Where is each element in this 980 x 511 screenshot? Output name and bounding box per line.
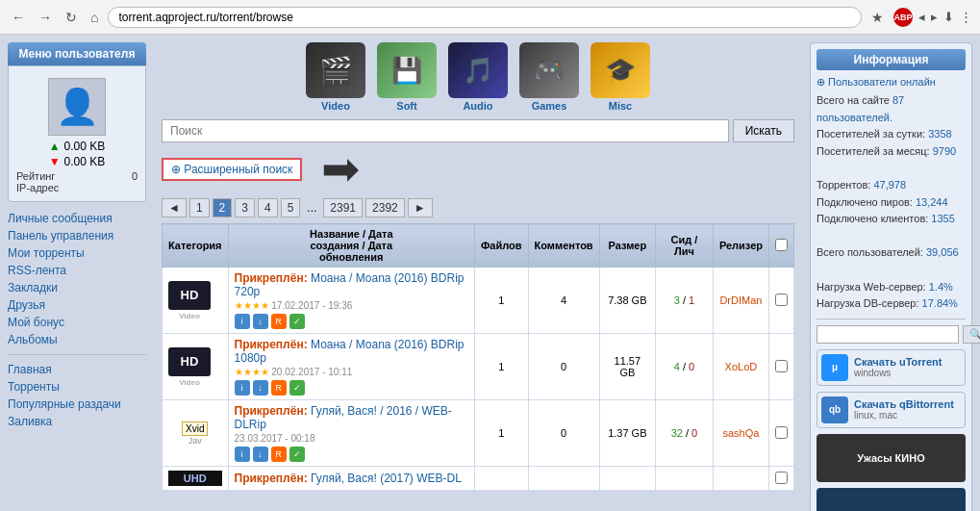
check-icon[interactable]: ✓ (289, 447, 305, 462)
sidebar-item-friends[interactable]: Друзья (8, 296, 146, 314)
category-soft[interactable]: 💾 Soft (375, 42, 439, 112)
rating-row: Рейтинг 0 (16, 170, 138, 182)
sidebar-item-torrents[interactable]: Торренты (8, 378, 146, 396)
check-cell (768, 268, 793, 334)
download-button[interactable]: ⬇ (943, 10, 954, 24)
back-history-button[interactable]: ◂ (918, 10, 925, 24)
row-checkbox[interactable] (775, 426, 788, 439)
sidebar-item-bonus[interactable]: Мой бонус (8, 314, 146, 331)
video-label: Video (321, 100, 350, 112)
relizer-link[interactable]: XoLoD (725, 361, 758, 372)
address-bar[interactable] (108, 7, 862, 28)
detail-icon[interactable]: i (235, 314, 250, 329)
select-all-checkbox[interactable] (775, 239, 788, 251)
relizer-link[interactable]: sashQa (722, 427, 759, 439)
rss-icon[interactable]: R (271, 314, 287, 329)
page-1-button[interactable]: 1 (189, 198, 210, 217)
category-misc[interactable]: 🎓 Misc (589, 42, 652, 112)
row-checkbox[interactable] (775, 472, 788, 484)
torrent-link[interactable]: Прикреплён: Гуляй, Вася! (2017) WEB-DL (235, 472, 462, 485)
info-search-button[interactable]: 🔍 (963, 325, 980, 344)
search-input[interactable] (162, 119, 729, 142)
bookmark-button[interactable]: ★ (867, 8, 888, 27)
title-cell: Прикреплён: Гуляй, Вася! / 2016 / WEB-DL… (228, 400, 474, 467)
download-icon[interactable]: ↓ (253, 447, 268, 462)
page-4-button[interactable]: 4 (258, 198, 278, 217)
page-2391-button[interactable]: 2391 (323, 198, 363, 217)
row-checkbox[interactable] (775, 360, 788, 372)
stat-peers: Подключено пиров: 13,244 (817, 196, 948, 208)
sidebar-item-home[interactable]: Главная (8, 361, 146, 378)
online-users-link[interactable]: ⊕ Пользователи онлайн (817, 76, 966, 89)
advanced-search-toggle[interactable]: ⊕ Расширенный поиск (162, 158, 302, 181)
leech-count: 0 (691, 427, 697, 439)
sidebar-item-mytorrents[interactable]: Мои торренты (8, 244, 146, 262)
page-3-button[interactable]: 3 (235, 198, 255, 217)
check-icon[interactable]: ✓ (289, 380, 305, 396)
menu-button[interactable]: ⋮ (960, 10, 972, 24)
sidebar-item-upload[interactable]: Заливка (8, 413, 146, 430)
prev-page-button[interactable]: ◄ (162, 198, 187, 217)
audio-icon: 🎵 (448, 42, 508, 98)
abp-badge[interactable]: ABP (893, 8, 913, 27)
category-games[interactable]: 🎮 Games (517, 42, 581, 112)
horror-banner[interactable]: Ужасы КИНО (817, 434, 966, 482)
check-icon[interactable]: ✓ (289, 314, 305, 329)
soft-icon: 💾 (377, 42, 437, 98)
sidebar-item-bookmarks[interactable]: Закладки (8, 279, 146, 296)
torrent-link[interactable]: Прикреплён: Моана / Moana (2016) BDRip 7… (235, 271, 465, 298)
forward-button[interactable]: → (35, 8, 56, 27)
size-cell (599, 467, 655, 491)
sidebar-user-section: 👤 ▲ 0.00 KB ▼ 0.00 KB Рейтинг 0 IP-адрес (8, 65, 146, 202)
search-button[interactable]: Искать (733, 119, 794, 142)
soft-label: Soft (396, 100, 416, 112)
detail-icon[interactable]: i (235, 447, 250, 462)
forward-history-button[interactable]: ▸ (931, 10, 938, 24)
check-cell (768, 400, 793, 467)
rss-icon[interactable]: R (271, 380, 287, 396)
seedleech-cell (656, 467, 714, 491)
download-icon[interactable]: ↓ (253, 314, 268, 329)
info-stats: Всего на сайте 87 пользователей. Посетит… (817, 92, 966, 313)
sidebar-item-albums[interactable]: Альбомы (8, 331, 146, 348)
table-row: Xvid Jav Прикреплён: Гуляй, Вася! / 2016… (163, 400, 794, 467)
torrent-link[interactable]: Прикреплён: Моана / Moana (2016) BDRip 1… (235, 338, 465, 365)
utorrent-download-link[interactable]: μ Скачать uTorrent windows (817, 349, 966, 386)
cs-banner[interactable]: ↑ (817, 488, 966, 511)
download-speed: 0.00 KB (64, 155, 106, 168)
row-checkbox[interactable] (775, 294, 788, 306)
main-content: 🎬 Video 💾 Soft 🎵 Audio 🎮 Game (154, 35, 802, 511)
torrent-link[interactable]: Прикреплён: Гуляй, Вася! / 2016 / WEB-DL… (235, 404, 452, 431)
stat-total-users: Всего на сайте 87 пользователей. (817, 94, 904, 123)
title-cell: Прикреплён: Моана / Moana (2016) BDRip 1… (228, 334, 474, 400)
page-5-button[interactable]: 5 (281, 198, 301, 217)
category-audio[interactable]: 🎵 Audio (446, 42, 510, 112)
relizer-link[interactable]: DrDIMan (719, 294, 762, 306)
refresh-button[interactable]: ↻ (62, 8, 81, 27)
sidebar-item-rss[interactable]: RSS-лента (8, 262, 146, 279)
download-icon[interactable]: ↓ (253, 380, 268, 396)
rating-label: Рейтинг (16, 170, 55, 182)
detail-icon[interactable]: i (235, 380, 250, 396)
sidebar-item-panel[interactable]: Панель управления (8, 227, 146, 244)
sidebar-item-popular[interactable]: Популярные раздачи (8, 396, 146, 413)
stars: ★★★★ (235, 300, 269, 311)
page-2392-button[interactable]: 2392 (365, 198, 405, 217)
rss-icon[interactable]: R (271, 447, 287, 462)
back-button[interactable]: ← (8, 8, 29, 27)
comments-cell: 4 (528, 268, 599, 334)
cat-cell: UHD (163, 467, 229, 491)
arrow-right-icon: ➡ (321, 146, 360, 192)
sidebar-item-messages[interactable]: Личные сообщения (8, 210, 146, 227)
stars: ★★★★ (235, 367, 269, 377)
category-video[interactable]: 🎬 Video (304, 42, 367, 112)
games-label: Games (532, 100, 567, 112)
size-cell: 1.37 GB (599, 400, 655, 467)
qbt-download-link[interactable]: qb Скачать qBittorrent linux, mac (817, 392, 966, 428)
upload-arrow-icon: ▲ (49, 140, 61, 153)
home-button[interactable]: ⌂ (87, 8, 102, 27)
info-search-input[interactable] (817, 325, 959, 344)
next-page-button[interactable]: ► (408, 198, 433, 217)
page-2-button[interactable]: 2 (213, 198, 233, 217)
col-comments: Комментов (528, 224, 599, 268)
